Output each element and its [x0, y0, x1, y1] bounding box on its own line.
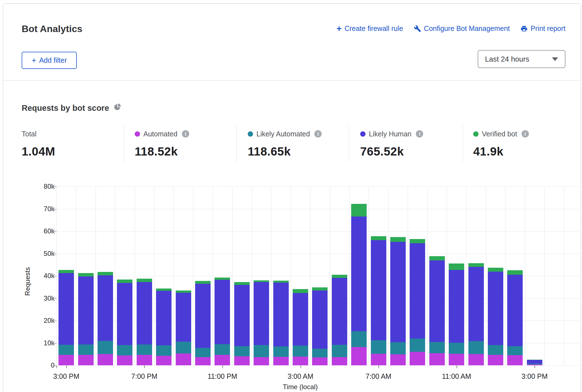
- bar-segment-automated: [429, 353, 445, 365]
- bar-7-00-am[interactable]: [371, 236, 386, 366]
- bar-segment-likely-human: [507, 275, 523, 346]
- stat-likely-human-label: Likely Human: [369, 130, 411, 138]
- bar-1-00-pm[interactable]: [488, 268, 503, 365]
- y-tick: [52, 186, 57, 187]
- y-tick: [52, 365, 57, 366]
- configure-bot-management-label: Configure Bot Management: [424, 24, 510, 33]
- horizontal-gridline: [57, 231, 580, 231]
- y-tick-label: 80k: [35, 183, 55, 190]
- bar-8-00-pm[interactable]: [156, 289, 172, 365]
- bar-segment-likely-automated: [117, 345, 132, 355]
- info-icon[interactable]: i: [182, 130, 189, 138]
- bar-segment-verified-bot: [215, 278, 230, 280]
- bar-3-00-pm[interactable]: [58, 270, 74, 365]
- bar-segment-likely-automated: [371, 340, 386, 354]
- bar-10-00-am[interactable]: [429, 256, 445, 365]
- configure-bot-management-link[interactable]: Configure Bot Management: [414, 24, 510, 33]
- bar-segment-verified-bot: [117, 280, 132, 283]
- bar-segment-likely-human: [273, 283, 289, 346]
- bar-1-00-am[interactable]: [254, 280, 269, 365]
- bar-5-00-am[interactable]: [332, 275, 347, 365]
- bar-segment-verified-bot: [58, 270, 74, 273]
- bar-12-00-am[interactable]: [234, 282, 250, 365]
- header-divider: [3, 80, 581, 81]
- bar-3-00-pm[interactable]: [527, 360, 542, 365]
- bar-7-00-pm[interactable]: [137, 279, 152, 365]
- stat-verified-bot-value: 41.9k: [473, 145, 574, 158]
- stat-automated: Automated i 118.52k: [135, 130, 236, 158]
- bar-segment-likely-human: [312, 290, 328, 349]
- bar-segment-verified-bot: [351, 204, 367, 217]
- bar-4-00-am[interactable]: [312, 287, 328, 365]
- y-tick-label: 50k: [35, 250, 55, 258]
- bar-6-00-pm[interactable]: [117, 280, 132, 365]
- bar-segment-likely-human: [293, 293, 308, 346]
- y-tick-label: 70k: [35, 205, 55, 213]
- bar-10-00-pm[interactable]: [195, 281, 211, 365]
- bar-segment-verified-bot: [468, 263, 484, 267]
- bar-2-00-am[interactable]: [273, 281, 289, 365]
- bar-segment-likely-human: [254, 282, 269, 345]
- bar-segment-likely-automated: [507, 346, 523, 355]
- bar-11-00-pm[interactable]: [215, 278, 230, 365]
- bar-5-00-pm[interactable]: [98, 272, 113, 365]
- bar-9-00-am[interactable]: [410, 239, 425, 365]
- bar-4-00-pm[interactable]: [78, 273, 94, 365]
- time-range-select[interactable]: Last 24 hours: [478, 50, 565, 68]
- info-icon[interactable]: i: [416, 130, 423, 138]
- bar-6-00-am[interactable]: [351, 204, 367, 365]
- chart-plot: [57, 186, 580, 365]
- x-tick: [457, 366, 457, 368]
- bar-segment-verified-bot: [429, 256, 445, 260]
- print-report-link[interactable]: Print report: [520, 24, 565, 33]
- create-firewall-rule-link[interactable]: + Create firewall rule: [337, 24, 403, 33]
- bar-segment-verified-bot: [156, 289, 172, 291]
- time-range-value: Last 24 hours: [485, 55, 529, 64]
- bar-3-00-am[interactable]: [293, 289, 308, 365]
- bar-segment-likely-human: [137, 282, 152, 344]
- y-tick: [52, 254, 57, 254]
- bar-segment-likely-human: [176, 293, 191, 342]
- bar-2-00-pm[interactable]: [507, 270, 523, 365]
- wrench-icon: [414, 25, 421, 32]
- bar-segment-verified-bot: [98, 272, 113, 276]
- bar-segment-verified-bot: [195, 281, 211, 284]
- stat-total-label: Total: [22, 130, 37, 138]
- bar-segment-likely-automated: [58, 345, 74, 355]
- bar-segment-likely-human: [58, 273, 74, 344]
- add-filter-button[interactable]: + Add filter: [22, 52, 77, 69]
- bar-8-00-am[interactable]: [390, 237, 406, 365]
- stat-divider: [349, 125, 349, 162]
- print-report-label: Print report: [531, 24, 565, 33]
- bar-segment-likely-human: [195, 284, 211, 348]
- bar-segment-automated: [98, 354, 113, 365]
- bar-segment-verified-bot: [390, 237, 406, 242]
- bar-segment-automated: [195, 357, 211, 365]
- bar-9-00-pm[interactable]: [176, 290, 191, 365]
- bar-11-00-am[interactable]: [449, 263, 464, 365]
- bar-segment-likely-automated: [215, 344, 230, 355]
- bar-12-00-pm[interactable]: [468, 263, 484, 365]
- bar-segment-verified-bot: [410, 239, 425, 243]
- y-tick-label: 20k: [35, 317, 55, 325]
- bar-segment-likely-automated: [254, 345, 269, 357]
- bar-segment-automated: [507, 355, 523, 365]
- bar-segment-verified-bot: [527, 360, 542, 360]
- y-tick: [52, 209, 57, 209]
- bar-segment-likely-human: [390, 242, 406, 342]
- y-axis-title: Requests: [24, 267, 31, 296]
- bar-segment-automated: [254, 357, 269, 365]
- y-tick-label: 30k: [35, 294, 55, 302]
- y-tick: [52, 321, 57, 321]
- bar-segment-likely-automated: [449, 343, 464, 354]
- chevron-down-icon: [552, 57, 558, 61]
- y-tick-label: 0: [35, 361, 55, 369]
- bar-segment-verified-bot: [273, 281, 289, 283]
- info-icon[interactable]: i: [522, 130, 529, 138]
- bar-segment-likely-automated: [156, 345, 172, 356]
- info-icon[interactable]: i: [314, 130, 322, 138]
- x-tick-label: 3:00 PM: [44, 372, 89, 380]
- likely-automated-legend-dot: [248, 131, 253, 137]
- bar-segment-verified-bot: [507, 270, 523, 275]
- bar-segment-likely-human: [468, 267, 484, 341]
